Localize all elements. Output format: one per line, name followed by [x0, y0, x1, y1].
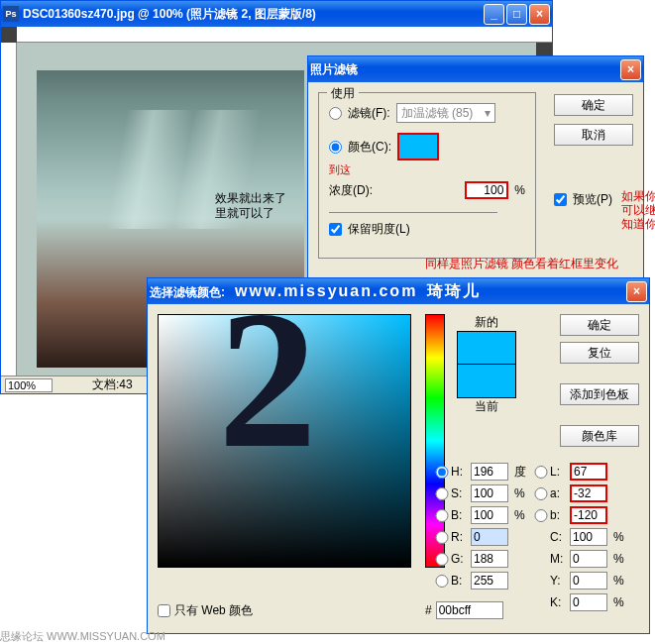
- arrive-note: 到这: [329, 162, 525, 177]
- a-radio[interactable]: [534, 487, 548, 500]
- l-input[interactable]: [570, 463, 607, 481]
- picker-titlebar[interactable]: 选择滤镜颜色: www.missyuan.com 琦琦儿 ×: [148, 278, 649, 304]
- horizontal-ruler: [17, 27, 552, 43]
- brgb-radio[interactable]: [435, 575, 449, 588]
- vertical-ruler: [1, 43, 17, 377]
- color-radio-label: 颜色(C):: [348, 139, 391, 156]
- m-input[interactable]: [570, 550, 607, 568]
- filter-title: 照片滤镜: [310, 61, 620, 78]
- b-radio[interactable]: [534, 509, 548, 522]
- red-note-bottom: 同样是照片滤镜 颜色看着红框里变化: [425, 257, 618, 270]
- density-slider[interactable]: [329, 207, 497, 213]
- picker-title: 选择滤镜颜色: www.missyuan.com 琦琦儿: [150, 281, 626, 302]
- ok-button[interactable]: 确定: [560, 314, 639, 336]
- maximize-button[interactable]: □: [506, 4, 527, 25]
- reset-button[interactable]: 复位: [560, 342, 639, 364]
- use-legend: 使用: [327, 85, 359, 102]
- filter-radio[interactable]: [329, 107, 342, 120]
- color-library-button[interactable]: 颜色库: [560, 425, 639, 447]
- web-only-checkbox[interactable]: [158, 604, 170, 617]
- g-input[interactable]: [471, 550, 508, 568]
- new-color: [457, 331, 516, 365]
- k-input[interactable]: [570, 593, 607, 611]
- density-input[interactable]: [465, 181, 508, 199]
- hex-input[interactable]: [436, 601, 503, 619]
- current-label: 当前: [457, 398, 516, 415]
- cancel-button[interactable]: 取消: [554, 124, 633, 146]
- filter-radio-label: 滤镜(F):: [348, 105, 390, 122]
- bv-input[interactable]: [471, 506, 508, 524]
- zoom-input[interactable]: [5, 378, 53, 392]
- r-input[interactable]: [471, 528, 508, 546]
- s-radio[interactable]: [435, 487, 449, 500]
- color-radio[interactable]: [329, 141, 342, 154]
- preserve-luminosity-label: 保留明度(L): [348, 221, 410, 238]
- h-radio[interactable]: [435, 466, 449, 479]
- new-current-swatch: 新的 当前: [457, 314, 516, 415]
- page-footer: 思缘论坛 WWW.MISSYUAN.COM: [0, 629, 165, 644]
- red-note-right: 如果你觉得效果不够好 可以继续调一下色阶 知道你满意的效果: [621, 189, 655, 231]
- current-color: [457, 365, 516, 398]
- y-input[interactable]: [570, 572, 607, 590]
- close-icon[interactable]: ×: [620, 59, 641, 80]
- s-input[interactable]: [471, 484, 508, 502]
- filter-titlebar[interactable]: 照片滤镜 ×: [308, 56, 643, 82]
- use-fieldset: 使用 滤镜(F): 加温滤镜 (85)▾ 颜色(C): 到这 浓度(D): % …: [318, 92, 536, 259]
- bv-radio[interactable]: [435, 509, 449, 522]
- preserve-luminosity-checkbox[interactable]: [329, 223, 342, 236]
- color-picker-dialog: 选择滤镜颜色: www.missyuan.com 琦琦儿 × 2 新的 当前 确…: [147, 277, 650, 634]
- minimize-button[interactable]: _: [484, 4, 504, 25]
- add-swatch-button[interactable]: 添加到色板: [560, 383, 639, 405]
- hex-row: #: [425, 601, 503, 619]
- a-input[interactable]: [570, 484, 607, 502]
- watermark-author: 琦琦儿: [427, 282, 481, 299]
- annotation-text: 效果就出来了 里就可以了: [215, 191, 286, 221]
- photo-filter-dialog: 照片滤镜 × 使用 滤镜(F): 加温滤镜 (85)▾ 颜色(C): 到这 浓度…: [307, 55, 644, 279]
- color-field[interactable]: 2: [158, 314, 411, 568]
- doc-titlebar[interactable]: Ps DSC01360sz470.jpg @ 100% (照片滤镜 2, 图层蒙…: [1, 1, 552, 27]
- hex-label: #: [425, 603, 432, 617]
- color-values-grid: H:度 L: S:% a: B:% b: R: C:% G: M:% B: Y:…: [435, 463, 627, 611]
- preview-label: 预览(P): [573, 191, 612, 208]
- ok-button[interactable]: 确定: [554, 94, 633, 116]
- preview-checkbox[interactable]: [554, 193, 567, 206]
- app-icon: Ps: [3, 6, 19, 22]
- density-label: 浓度(D):: [329, 182, 373, 199]
- web-only-label: 只有 Web 颜色: [174, 602, 253, 619]
- close-icon[interactable]: ×: [626, 281, 647, 302]
- doc-title: DSC01360sz470.jpg @ 100% (照片滤镜 2, 图层蒙版/8…: [23, 6, 484, 23]
- g-radio[interactable]: [435, 553, 449, 566]
- b-input[interactable]: [570, 506, 607, 524]
- watermark: www.missyuan.com: [235, 282, 417, 299]
- r-radio[interactable]: [435, 531, 449, 544]
- c-input[interactable]: [570, 528, 607, 546]
- color-swatch[interactable]: [397, 133, 439, 161]
- close-button[interactable]: ×: [529, 4, 550, 25]
- filter-combo[interactable]: 加温滤镜 (85)▾: [396, 103, 495, 123]
- density-unit: %: [514, 183, 525, 197]
- status-doc-label: 文档:43: [92, 376, 133, 393]
- h-input[interactable]: [471, 463, 508, 481]
- brgb-input[interactable]: [471, 572, 508, 590]
- new-label: 新的: [457, 314, 516, 331]
- l-radio[interactable]: [534, 466, 548, 479]
